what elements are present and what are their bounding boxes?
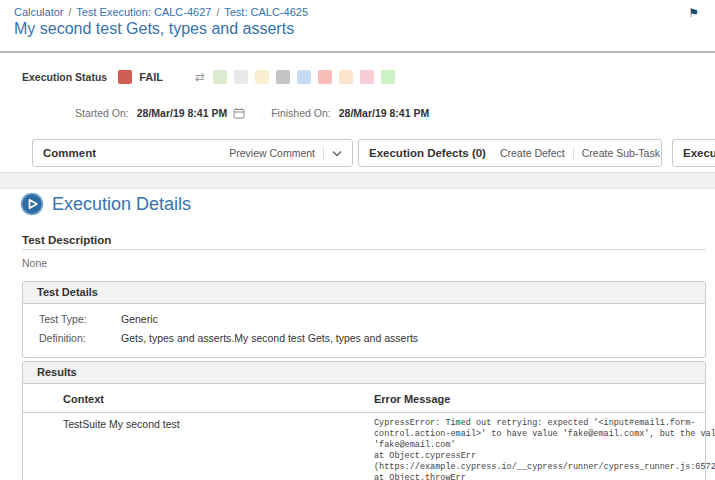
test-type-label: Test Type:	[39, 313, 121, 325]
status-option-swatch[interactable]	[339, 70, 353, 84]
preview-comment-button[interactable]: Preview Comment	[229, 147, 315, 159]
execution-status-value: FAIL	[139, 71, 163, 83]
breadcrumb-link-project[interactable]: Calculator	[14, 6, 64, 18]
test-type-value: Generic	[121, 313, 158, 325]
definition-value: Gets, types and asserts.My second test G…	[121, 332, 418, 344]
calendar-icon[interactable]	[233, 107, 245, 119]
status-option-swatch[interactable]	[318, 70, 332, 84]
dates-row: Started On: 28/Mar/19 8:41 PM Finished O…	[75, 107, 429, 119]
comment-panel-title: Comment	[43, 147, 96, 159]
status-option-swatch[interactable]	[255, 70, 269, 84]
results-box-title: Results	[23, 362, 705, 384]
started-on-label: Started On:	[75, 107, 129, 119]
chevron-down-icon[interactable]	[332, 150, 342, 157]
status-option-swatch[interactable]	[234, 70, 248, 84]
started-on-value[interactable]: 28/Mar/19 8:41 PM	[137, 107, 227, 119]
finished-on-value[interactable]: 28/Mar/19 8:41 PM	[339, 107, 429, 119]
status-option-swatch[interactable]	[213, 70, 227, 84]
execution-defects-panel: Execution Defects (0) Create Defect Crea…	[358, 139, 662, 167]
create-defect-button[interactable]: Create Defect	[500, 147, 565, 159]
execution-status-label: Execution Status	[22, 71, 107, 83]
error-message-column-header: Error Message	[374, 393, 705, 405]
action-separator	[323, 147, 324, 160]
flag-icon[interactable]: ⚑	[688, 6, 699, 20]
breadcrumb-separator: /	[69, 7, 72, 18]
execution-evidence-panel: Execution Evidence	[672, 139, 715, 167]
test-description-label: Test Description	[22, 234, 111, 246]
finished-on-label: Finished On:	[271, 107, 331, 119]
page-title: My second test Gets, types and asserts	[14, 20, 294, 38]
execution-status-row: Execution Status FAIL ⇄	[22, 70, 402, 84]
context-column-header: Context	[23, 393, 374, 405]
section-divider	[0, 172, 715, 189]
breadcrumb-link-test-execution[interactable]: Test Execution: CALC-4627	[76, 6, 211, 18]
status-options	[213, 70, 402, 84]
breadcrumb: Calculator/Test Execution: CALC-4627/Tes…	[14, 6, 308, 18]
status-option-swatch[interactable]	[276, 70, 290, 84]
comment-panel: Comment Preview Comment	[32, 139, 353, 167]
execution-defects-panel-title: Execution Defects (0)	[369, 147, 486, 159]
breadcrumb-link-test[interactable]: Test: CALC-4625	[224, 6, 308, 18]
results-table-header: Context Error Message	[23, 393, 705, 413]
status-option-swatch[interactable]	[297, 70, 311, 84]
change-status-arrows-icon[interactable]: ⇄	[195, 70, 205, 84]
test-details-box: Test Details Test Type: Generic Definiti…	[22, 281, 706, 358]
execution-evidence-panel-title: Execution Evidence	[683, 147, 715, 159]
test-type-row: Test Type: Generic	[23, 310, 705, 329]
test-description-value: None	[22, 257, 47, 269]
status-color-chip	[118, 70, 132, 84]
play-circle-icon	[20, 192, 44, 216]
test-details-box-title: Test Details	[23, 282, 705, 304]
definition-row: Definition: Gets, types and asserts.My s…	[23, 329, 705, 348]
test-description-divider	[22, 249, 706, 250]
result-error-message: CypressError: Timed out retrying: expect…	[374, 418, 715, 480]
status-option-swatch[interactable]	[381, 70, 395, 84]
result-context-value: TestSuite My second test	[23, 418, 374, 430]
definition-label: Definition:	[39, 332, 121, 344]
results-table-row: TestSuite My second test CypressError: T…	[23, 413, 705, 480]
results-box: Results Context Error Message TestSuite …	[22, 361, 706, 480]
execution-details-title: Execution Details	[52, 194, 191, 215]
page-header: Calculator/Test Execution: CALC-4627/Tes…	[0, 0, 715, 53]
action-separator	[573, 147, 574, 160]
execution-details-header: Execution Details	[20, 192, 191, 216]
status-option-swatch[interactable]	[360, 70, 374, 84]
breadcrumb-separator: /	[216, 7, 219, 18]
create-sub-task-button[interactable]: Create Sub-Task	[582, 147, 660, 159]
